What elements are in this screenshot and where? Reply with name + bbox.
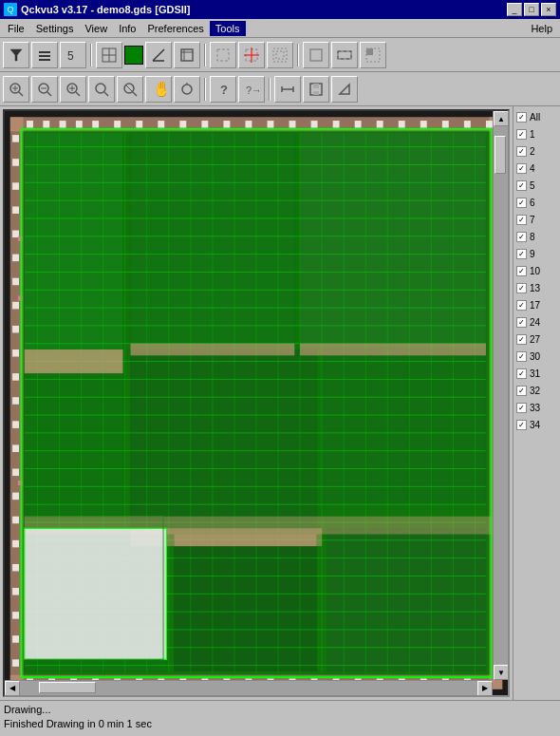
layer-checkbox[interactable]: ✓ xyxy=(516,215,527,225)
question2-button[interactable]: ?→ xyxy=(238,76,265,103)
toolbar-btn-5[interactable] xyxy=(174,42,200,68)
minimize-button[interactable]: _ xyxy=(507,3,522,16)
layer-checkbox[interactable]: ✓ xyxy=(516,198,527,208)
sep1 xyxy=(90,44,92,66)
scrollbar-h[interactable]: ◀ ▶ xyxy=(5,680,493,695)
toolbar-btn-7[interactable] xyxy=(238,42,265,68)
layer-checkbox[interactable]: ✓ xyxy=(516,232,527,242)
scroll-right-button[interactable]: ▶ xyxy=(477,681,493,696)
svg-rect-19 xyxy=(310,49,322,61)
scrollbar-h-thumb[interactable] xyxy=(39,682,96,693)
maximize-button[interactable]: □ xyxy=(524,3,539,16)
layer-item-8[interactable]: ✓ 8 xyxy=(513,228,560,245)
layer-checkbox[interactable]: ✓ xyxy=(516,368,527,379)
layer-checkbox[interactable]: ✓ xyxy=(516,163,527,174)
layer-item-13[interactable]: ✓ 13 xyxy=(513,279,560,296)
svg-rect-195 xyxy=(12,540,19,548)
chip-canvas-container[interactable]: ◀ ▶ ▲ ▼ xyxy=(3,109,510,697)
menu-help[interactable]: Help xyxy=(525,21,558,36)
svg-rect-1 xyxy=(39,51,50,53)
toolbar-btn-4[interactable] xyxy=(145,42,172,68)
layer-item-all[interactable]: ✓ All xyxy=(513,108,560,125)
toolbar-btn-6[interactable] xyxy=(210,42,236,68)
layer-checkbox[interactable]: ✓ xyxy=(516,351,527,362)
menu-file[interactable]: File xyxy=(2,21,30,36)
svg-rect-183 xyxy=(12,255,19,262)
svg-rect-17 xyxy=(273,48,287,62)
layer-item-2[interactable]: ✓ 2 xyxy=(513,142,560,160)
svg-text:?: ? xyxy=(220,83,228,97)
layer-item-24[interactable]: ✓ 24 xyxy=(513,313,560,330)
layer-checkbox[interactable]: ✓ xyxy=(516,249,527,259)
close-button[interactable]: × xyxy=(541,3,556,16)
menu-settings[interactable]: Settings xyxy=(30,21,80,36)
color-picker[interactable] xyxy=(124,46,143,65)
layer-checkbox[interactable]: ✓ xyxy=(516,112,527,123)
layer-checkbox[interactable]: ✓ xyxy=(516,300,527,311)
toolbar-btn-1[interactable] xyxy=(31,42,58,68)
layer-item-10[interactable]: ✓ 10 xyxy=(513,262,560,279)
zoom-area-button[interactable] xyxy=(117,76,143,103)
toolbar-btn-8[interactable] xyxy=(267,42,293,68)
toolbar-btn-11[interactable] xyxy=(360,42,386,68)
layer-item-34[interactable]: ✓ 34 xyxy=(513,416,560,433)
svg-rect-156 xyxy=(486,121,493,128)
pan-button[interactable]: ✋ xyxy=(145,76,172,103)
layer-item-7[interactable]: ✓ 7 xyxy=(513,211,560,228)
menu-info[interactable]: Info xyxy=(113,21,141,36)
layer-checkbox[interactable]: ✓ xyxy=(516,420,527,430)
layer-item-32[interactable]: ✓ 32 xyxy=(513,382,560,399)
layer-item-6[interactable]: ✓ 6 xyxy=(513,194,560,211)
layer-item-17[interactable]: ✓ 17 xyxy=(513,296,560,313)
scroll-down-button[interactable]: ▼ xyxy=(494,665,509,680)
layer-item-31[interactable]: ✓ 31 xyxy=(513,365,560,382)
filter-button[interactable] xyxy=(3,42,29,68)
layer-item-9[interactable]: ✓ 9 xyxy=(513,245,560,262)
layer-item-33[interactable]: ✓ 33 xyxy=(513,399,560,416)
question1-button[interactable]: ? xyxy=(210,76,236,103)
layer-checkbox[interactable]: ✓ xyxy=(516,403,527,413)
layer-label: 9 xyxy=(530,249,535,259)
scrollbar-v-thumb[interactable] xyxy=(495,136,506,174)
layer-checkbox[interactable]: ✓ xyxy=(516,386,527,396)
menu-tools[interactable]: Tools xyxy=(210,21,246,36)
menu-preferences[interactable]: Preferences xyxy=(142,21,210,36)
scroll-up-button[interactable]: ▲ xyxy=(494,111,509,126)
zoom-out-button[interactable] xyxy=(31,76,58,103)
layer-item-4[interactable]: ✓ 4 xyxy=(513,160,560,177)
scrollbar-v[interactable]: ▲ ▼ xyxy=(493,111,508,680)
svg-rect-136 xyxy=(60,121,66,128)
toolbar-btn-3[interactable] xyxy=(96,42,122,68)
menu-bar: File Settings View Info Preferences Tool… xyxy=(0,19,560,38)
layer-checkbox[interactable]: ✓ xyxy=(516,334,527,345)
measure-button[interactable] xyxy=(274,76,301,103)
layer-checkbox[interactable]: ✓ xyxy=(516,146,527,157)
chip-display xyxy=(5,111,508,695)
layer-checkbox[interactable]: ✓ xyxy=(516,180,527,191)
svg-rect-196 xyxy=(12,564,19,572)
layer-item-27[interactable]: ✓ 27 xyxy=(513,330,560,348)
rotate-button[interactable] xyxy=(174,76,200,103)
toolbar-btn-9[interactable] xyxy=(303,42,329,68)
svg-rect-142 xyxy=(179,121,186,128)
svg-rect-141 xyxy=(158,121,164,128)
arrow-button[interactable] xyxy=(331,76,358,103)
layer-item-30[interactable]: ✓ 30 xyxy=(513,348,560,365)
layer-label: 10 xyxy=(530,266,540,276)
zoom-fit-button[interactable] xyxy=(3,76,29,103)
layer-checkbox[interactable]: ✓ xyxy=(516,283,527,293)
layer-item-1[interactable]: ✓ 1 xyxy=(513,125,560,142)
toolbar-btn-10[interactable] xyxy=(331,42,358,68)
toolbar-btn-2[interactable]: 5 xyxy=(60,42,86,68)
zoom-prev-button[interactable] xyxy=(88,76,115,103)
layer-label: All xyxy=(530,112,540,123)
layer-item-5[interactable]: ✓ 5 xyxy=(513,177,560,194)
title-text: Qckvu3 v3.17 - demo8.gds [GDSII] xyxy=(21,4,191,15)
menu-view[interactable]: View xyxy=(79,21,113,36)
layer-checkbox[interactable]: ✓ xyxy=(516,266,527,276)
save-view-button[interactable] xyxy=(303,76,329,103)
layer-checkbox[interactable]: ✓ xyxy=(516,129,527,140)
scroll-left-button[interactable]: ◀ xyxy=(5,681,20,696)
layer-checkbox[interactable]: ✓ xyxy=(516,317,527,328)
zoom-in-button[interactable] xyxy=(60,76,86,103)
